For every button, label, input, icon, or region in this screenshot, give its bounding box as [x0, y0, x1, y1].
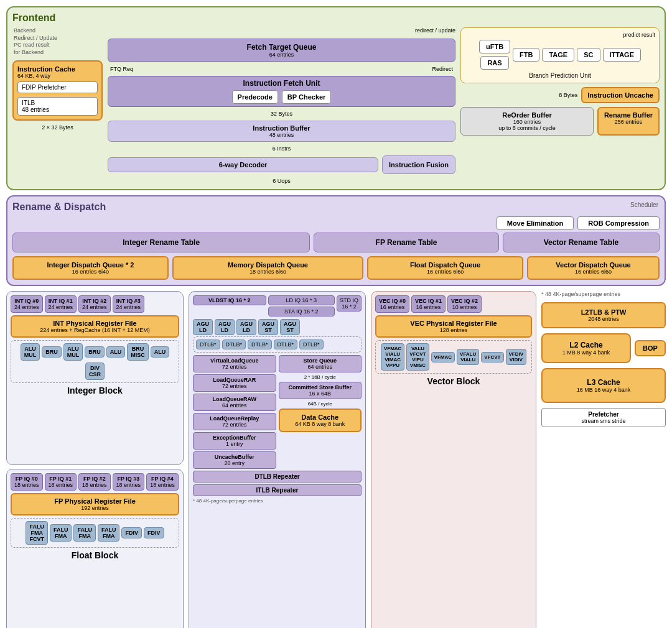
- fp-func-faluFma0: FALUFMA: [50, 524, 72, 542]
- vldst-iq: VLDST IQ 16 * 2: [193, 295, 266, 305]
- decoder-box: 6-way Decoder: [108, 157, 378, 172]
- vector-col: VEC IQ #016 entries VEC IQ #116 entries …: [371, 291, 536, 628]
- fp-iq-3: FP IQ #318 entries: [113, 473, 145, 491]
- frontend-left: BackendRedirect / UpdatePC read resultfo…: [12, 27, 103, 131]
- rename-buf-title: Rename Buffer: [604, 111, 653, 119]
- bytes-8-label: 8 Bytes: [559, 92, 577, 98]
- dtlb-row: DTLB* DTLB* DTLB* DTLB* DTLB*: [193, 336, 362, 353]
- mem-dq-title: Memory Dispatch Queue: [180, 261, 356, 269]
- fdip-prefetcher: FDIP Prefetcher: [17, 81, 98, 93]
- agu-st1: AGUST: [280, 319, 300, 335]
- fp-func-faluFmaFcvt: FALUFMAFCVT: [26, 521, 48, 545]
- agu-st0: AGUST: [258, 319, 278, 335]
- l3-cache-box: L3 Cache 16 MB 16 way 4 bank: [541, 368, 666, 403]
- l3-title: L3 Cache: [551, 378, 656, 387]
- l2-cache-box: L2 Cache 1 MB 8 way 4 bank: [541, 333, 631, 363]
- itlb-box: ITLB 48 entries: [17, 97, 98, 116]
- ifu-title: Instruction Fetch Unit: [111, 79, 452, 88]
- int-iq-2: INT IQ #224 entries: [78, 295, 111, 313]
- bop-label: BOP: [643, 344, 658, 352]
- bytes-2x32-label: 2 × 32 Bytes: [12, 124, 103, 131]
- int-block: INT IQ #024 entries INT IQ #124 entries …: [6, 291, 184, 465]
- excbuf-box: ExceptionBuffer1 entry: [193, 432, 276, 450]
- l2tlb-entries: 2048 entries: [548, 316, 660, 322]
- int-rf-entries: 224 entries + RegCache (16 INT + 12 MEM): [17, 327, 173, 333]
- l2tlb-title: L2TLB & PTW: [548, 308, 660, 316]
- ibuf-entries: 48 entries: [113, 132, 450, 138]
- vec-func-fmac: VFMAC: [431, 352, 455, 362]
- branch-pred-box: predict result uFTB RAS FTB TAGE SC ITTA…: [460, 27, 660, 83]
- vec-inner: VEC IQ #016 entries VEC IQ #116 entries …: [371, 291, 536, 628]
- vec-rf-entries: 128 entries: [381, 327, 526, 333]
- vec-dq-entries: 16 entries 6i6o: [534, 269, 652, 275]
- ld-iq: LD IQ 16 * 3: [268, 295, 335, 305]
- instr-fusion-box: Instruction Fusion: [382, 155, 455, 174]
- move-elim-box: Move Elimination: [497, 216, 574, 230]
- int-func-alumul0: ALUMUL: [21, 343, 40, 361]
- int-func-alu1: ALU: [151, 346, 170, 358]
- fp-block-label: Float Block: [11, 550, 179, 560]
- vec-iq-1: VEC IQ #116 entries: [411, 295, 446, 313]
- left-blocks: INT IQ #024 entries INT IQ #124 entries …: [6, 291, 184, 628]
- ftq-entries: 64 entries: [114, 52, 449, 58]
- main-bottom: INT IQ #024 entries INT IQ #124 entries …: [6, 291, 666, 628]
- redirect-update-label: redirect / update: [415, 27, 455, 34]
- sc-item: SC: [577, 48, 600, 62]
- tlb-note-right: * 48 4K-page/superpage entries: [541, 291, 666, 297]
- ftq-req-label: FTQ Req: [110, 66, 133, 72]
- sta-iq: STA IQ 16 * 2: [268, 307, 335, 316]
- fp-rename-table: FP Rename Table: [314, 233, 498, 252]
- fp-func-fdiv1: FDIV: [144, 527, 164, 538]
- int-func-divcsr: DIVCSR: [85, 362, 105, 380]
- l2tlb-box: L2TLB & PTW 2048 entries: [541, 302, 666, 328]
- ftq-box: Fetch Target Queue 64 entries: [108, 39, 455, 62]
- rename-buf-entries: 256 entries: [604, 119, 653, 125]
- itlb-entries: 48 entries: [22, 106, 49, 113]
- agu-ld0: AGULD: [193, 319, 213, 335]
- rob-commits: up to 8 commits / cycle: [467, 125, 587, 131]
- rob-entries: 160 entries: [467, 119, 587, 125]
- mem-dispatch-queue: Memory Dispatch Queue 18 entries 6i6o: [172, 256, 363, 280]
- vec-rf-title: VEC Physical Register File: [381, 320, 526, 327]
- cache-col: * 48 4K-page/superpage entries L2TLB & P…: [541, 291, 666, 628]
- uops-6-label: 6 Uops: [108, 178, 455, 184]
- fp-rf-title: FP Physical Register File: [17, 497, 173, 505]
- right-section: VEC IQ #016 entries VEC IQ #116 entries …: [371, 291, 666, 628]
- rename-buf-box: Rename Buffer 256 entries: [597, 107, 660, 136]
- ifu-box: Instruction Fetch Unit Predecode BP Chec…: [108, 76, 455, 107]
- itlb-repeater: ITLB Repeater: [193, 484, 362, 496]
- ibuf-title: Instruction Buffer: [113, 124, 450, 132]
- scheduler-label: Scheduler: [630, 201, 658, 208]
- fp-func-fdiv0: FDIV: [121, 527, 142, 538]
- tage-item: TAGE: [542, 48, 574, 62]
- rename-label: Rename & Dispatch: [12, 201, 660, 213]
- frontend-section: Frontend BackendRedirect / UpdatePC read…: [6, 6, 666, 190]
- vec-func-vfmac: VFMACVIALUVIMACVPPU: [381, 343, 404, 371]
- itlb-label: ITLB: [22, 99, 35, 106]
- frontend-center: redirect / update Fetch Target Queue 64 …: [108, 27, 455, 184]
- mem-dq-entries: 18 entries 6i6o: [180, 269, 356, 275]
- rename-section: Rename & Dispatch Scheduler Move Elimina…: [6, 195, 666, 286]
- fp-reg-file: FP Physical Register File 192 entries: [11, 493, 179, 515]
- fp-dq-title: Float Dispatch Queue: [375, 261, 516, 269]
- int-func-brumisc: BRUMISC: [127, 343, 149, 361]
- lqrar-box: LoadQueueRAR72 entries: [193, 374, 276, 392]
- int-iq-3: INT IQ #324 entries: [113, 295, 145, 313]
- icache-size: 64 KB, 4 way: [17, 73, 98, 79]
- l2-row: L2 Cache 1 MB 8 way 4 bank BOP: [541, 333, 666, 363]
- dtlb-0: DTLB*: [196, 339, 220, 349]
- l2-desc: 1 MB 8 way 4 bank: [549, 349, 623, 356]
- agu-ld1: AGULD: [215, 319, 235, 335]
- dtlb-1: DTLB*: [222, 339, 246, 349]
- vec-func-vfdiv: VFDIVVIDIV: [506, 349, 527, 365]
- data-cache-title: Data Cache: [285, 413, 356, 421]
- prefetcher-title: Prefetcher: [547, 411, 660, 418]
- backend-annotation: BackendRedirect / UpdatePC read resultfo…: [14, 27, 103, 57]
- fp-block: FP IQ #018 entries FP IQ #118 entries FP…: [6, 469, 184, 628]
- lqreplay-box: LoadQueueReplay72 entries: [193, 413, 276, 430]
- cycle-2x16b: 2 * 16B / cycle: [279, 374, 362, 380]
- fp-iq-4: FP IQ #418 entries: [146, 473, 179, 491]
- std-iq: STD IQ16 * 2: [337, 295, 362, 312]
- rob-comp-box: ROB Compression: [577, 216, 660, 230]
- vec-func-vfcvt: VFCVT: [481, 352, 503, 362]
